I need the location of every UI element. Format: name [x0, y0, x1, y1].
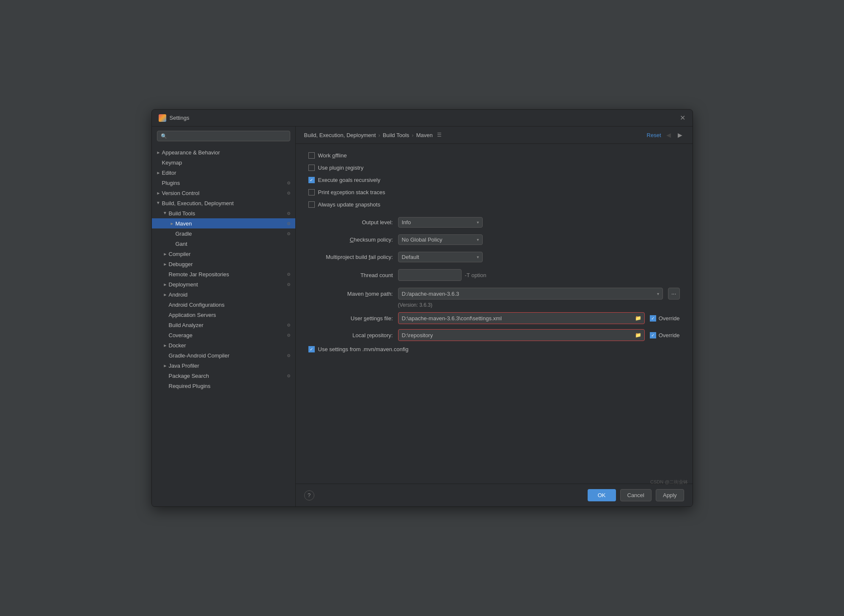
help-button[interactable]: ? [304, 490, 314, 500]
thread-count-row: Thread count -T option [308, 269, 680, 281]
sidebar-item-label: Java Profiler [169, 363, 292, 369]
checksum-policy-label: Checksum policy: [308, 236, 393, 243]
sidebar-item-label: Gant [176, 241, 292, 247]
checkbox-work-offline-row: Work offline [308, 152, 680, 159]
sidebar-item-label: Version Control [162, 190, 286, 196]
gear-icon: ⚙ [286, 271, 292, 277]
user-settings-row: User settings file: 📁 Override [308, 312, 680, 324]
reset-button[interactable]: Reset [647, 132, 661, 138]
search-box[interactable]: 🔍 [157, 131, 290, 141]
local-repo-override-checkbox[interactable] [650, 332, 656, 338]
checkbox-print-exceptions-row: Print exception stack traces [308, 189, 680, 195]
user-settings-override-checkbox[interactable] [650, 315, 656, 322]
local-repo-input-wrap: 📁 [398, 329, 645, 341]
maven-home-browse-button[interactable]: ··· [668, 288, 680, 300]
arrow-icon: ► [155, 169, 162, 176]
sidebar-item-debugger[interactable]: ► Debugger [152, 259, 295, 269]
sidebar-item-version-control[interactable]: ► Version Control ⚙ [152, 188, 295, 198]
ok-button[interactable]: OK [588, 489, 616, 501]
arrow-icon: ► [155, 200, 162, 206]
checkbox-always-update-row: Always update snapshots [308, 201, 680, 208]
nav-back-button[interactable]: ◀ [665, 131, 673, 139]
local-repo-input[interactable] [400, 332, 632, 338]
main-content: Build, Execution, Deployment › Build Too… [296, 126, 693, 506]
title-bar: Settings ✕ [152, 110, 693, 126]
sidebar-item-label: Editor [162, 170, 292, 176]
arrow-icon: ► [162, 362, 169, 369]
use-mvn-config-row: Use settings from .mvn/maven.config [308, 346, 680, 352]
thread-count-input[interactable] [398, 269, 462, 281]
sidebar-item-android[interactable]: ► Android [152, 289, 295, 300]
maven-home-input[interactable] [400, 291, 652, 297]
sidebar-item-build-tools[interactable]: ► Build Tools ⚙ [152, 208, 295, 218]
use-plugin-registry-checkbox[interactable] [308, 165, 315, 171]
gear-icon: ⚙ [286, 322, 292, 328]
sidebar-tree: ► Appearance & Behavior Keymap ► Editor … [152, 146, 295, 506]
sidebar-item-plugins[interactable]: Plugins ⚙ [152, 178, 295, 188]
sidebar-item-compiler[interactable]: ► Compiler [152, 249, 295, 259]
cancel-button[interactable]: Cancel [620, 489, 652, 501]
arrow-icon: ► [162, 250, 169, 257]
title-bar-left: Settings [159, 114, 190, 122]
sidebar-item-android-config[interactable]: Android Configurations [152, 300, 295, 310]
sidebar: 🔍 ► Appearance & Behavior Keymap ► Edito… [152, 126, 296, 506]
use-mvn-config-checkbox[interactable] [308, 346, 315, 352]
apply-button[interactable]: Apply [656, 489, 684, 501]
gear-icon: ⚙ [286, 332, 292, 338]
gear-icon: ⚙ [286, 220, 292, 226]
gear-icon: ⚙ [286, 231, 292, 236]
always-update-checkbox[interactable] [308, 201, 315, 208]
checkbox-plugin-registry-row: Use plugin registry [308, 165, 680, 171]
checksum-policy-row: Checksum policy: No Global Policy ▾ [308, 234, 680, 245]
arrow-icon: ► [162, 261, 169, 267]
sidebar-item-maven[interactable]: ► Maven ⚙ [152, 218, 295, 228]
settings-dialog: Settings ✕ 🔍 ► Appearance & Behavior Key… [151, 109, 693, 507]
sidebar-item-editor[interactable]: ► Editor [152, 168, 295, 178]
local-repo-row: Local repository: 📁 Override [308, 329, 680, 341]
search-input[interactable] [170, 133, 286, 139]
sidebar-item-gradle[interactable]: Gradle ⚙ [152, 228, 295, 239]
checksum-policy-select[interactable]: No Global Policy ▾ [398, 234, 483, 245]
content-area: 🔍 ► Appearance & Behavior Keymap ► Edito… [152, 126, 693, 506]
breadcrumb-menu-icon[interactable]: ☰ [437, 132, 442, 138]
nav-forward-button[interactable]: ▶ [676, 131, 684, 139]
arrow-icon: ► [162, 291, 169, 298]
sidebar-item-gant[interactable]: Gant [152, 239, 295, 249]
action-buttons: OK Cancel Apply [588, 489, 684, 501]
sidebar-item-docker[interactable]: ► Docker [152, 340, 295, 350]
sidebar-item-label: Gradle [176, 231, 286, 237]
breadcrumb-current: Maven [416, 132, 433, 138]
sidebar-item-label: Android [169, 292, 292, 298]
sidebar-item-package-search[interactable]: Package Search ⚙ [152, 371, 295, 381]
sidebar-item-build-exec[interactable]: ► Build, Execution, Deployment [152, 198, 295, 208]
print-exceptions-checkbox[interactable] [308, 189, 315, 195]
sidebar-item-build-analyzer[interactable]: Build Analyzer ⚙ [152, 320, 295, 330]
sidebar-item-coverage[interactable]: Coverage ⚙ [152, 330, 295, 340]
sidebar-item-label: Coverage [169, 332, 286, 338]
arrow-icon: ► [169, 220, 176, 227]
sidebar-item-appearance[interactable]: ► Appearance & Behavior [152, 147, 295, 157]
watermark: CSDN @二街业钵 [650, 479, 688, 485]
sidebar-item-java-profiler[interactable]: ► Java Profiler [152, 360, 295, 371]
multiproject-policy-select[interactable]: Default ▾ [398, 252, 483, 262]
sidebar-item-remote-jar[interactable]: Remote Jar Repositories ⚙ [152, 269, 295, 279]
sidebar-item-label: Android Configurations [169, 302, 292, 308]
execute-goals-checkbox[interactable] [308, 177, 315, 183]
output-level-select[interactable]: Info ▾ [398, 217, 483, 228]
sidebar-item-label: Maven [176, 220, 286, 227]
user-settings-input[interactable] [400, 315, 632, 322]
folder-icon[interactable]: 📁 [634, 314, 643, 322]
gear-icon: ⚙ [286, 352, 292, 358]
folder-icon[interactable]: 📁 [634, 331, 643, 339]
maven-home-label: Maven home path: [308, 291, 393, 297]
sidebar-item-deployment[interactable]: ► Deployment ⚙ [152, 279, 295, 289]
close-button[interactable]: ✕ [680, 115, 686, 121]
sidebar-item-gradle-android[interactable]: Gradle-Android Compiler ⚙ [152, 350, 295, 360]
sidebar-item-required-plugins[interactable]: Required Plugins [152, 381, 295, 391]
work-offline-checkbox[interactable] [308, 152, 315, 159]
sidebar-item-label: Build, Execution, Deployment [162, 200, 292, 206]
sidebar-item-app-servers[interactable]: Application Servers [152, 310, 295, 320]
sidebar-item-keymap[interactable]: Keymap [152, 157, 295, 168]
gear-icon: ⚙ [286, 373, 292, 379]
gear-icon: ⚙ [286, 210, 292, 216]
